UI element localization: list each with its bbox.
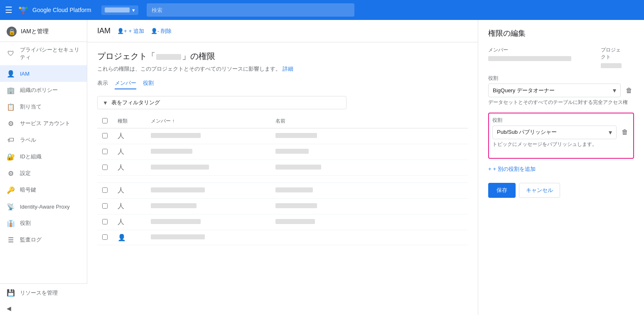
role2-delete-button[interactable]: 🗑: [620, 127, 630, 138]
sidebar-item-id-org[interactable]: 🔐 IDと組織: [0, 148, 87, 165]
roles-icon: 👔: [7, 219, 15, 227]
table-row: 👤: [97, 230, 468, 245]
member-blurred: [151, 133, 201, 138]
person-icon: 人: [118, 218, 124, 225]
save-button[interactable]: 保存: [488, 183, 516, 198]
add-button[interactable]: 👤+ + 追加: [117, 27, 144, 35]
sidebar-item-label-label: ラベル: [20, 136, 36, 144]
col-name-header: 名前: [270, 114, 468, 128]
person-icon: 人: [118, 187, 124, 194]
role2-select[interactable]: Pub/Sub パブリッシャー ▾: [492, 126, 617, 139]
table-row: [97, 176, 468, 183]
add-role-icon: +: [488, 166, 492, 172]
sidebar-item-audit-log-label: 監査ログ: [20, 236, 42, 244]
project-name-blurred: [105, 7, 130, 12]
name-blurred: [275, 219, 315, 224]
role1-dropdown-arrow: ▾: [613, 86, 616, 94]
row-checkbox[interactable]: [102, 219, 108, 224]
main-header-title: IAM: [97, 27, 111, 35]
sidebar-collapse[interactable]: ◀: [0, 302, 87, 315]
tab-role[interactable]: 役割: [143, 79, 154, 89]
row-checkbox[interactable]: [102, 203, 108, 209]
table-row: 人: [97, 214, 468, 230]
project-selector[interactable]: ▾: [101, 5, 138, 15]
sidebar-item-privacy-label: プライバシーとセキュリティ: [20, 46, 80, 61]
row-checkbox[interactable]: [102, 149, 108, 154]
person-icon: 人: [118, 202, 124, 209]
filter-bar: ▼ 表をフィルタリング: [97, 96, 347, 109]
settings-icon: ⚙: [7, 169, 15, 177]
name-blurred: [275, 187, 313, 192]
cancel-button[interactable]: キャンセル: [519, 183, 560, 198]
row-checkbox[interactable]: [102, 187, 108, 193]
role2-select-row: Pub/Sub パブリッシャー ▾ 🗑: [492, 126, 630, 139]
sidebar-item-org-policy[interactable]: 🏢 組織のポリシー: [0, 82, 87, 98]
sidebar-item-privacy[interactable]: 🛡 プライバシーとセキュリティ: [0, 42, 87, 65]
member-blurred: [151, 165, 209, 170]
delete-label: 削除: [161, 27, 172, 35]
app-logo: Google Cloud Platform: [17, 4, 91, 16]
col-member-header: メンバー ↑: [146, 114, 270, 128]
row-checkbox[interactable]: [102, 234, 108, 240]
delete-button[interactable]: 👤- 削除: [151, 27, 172, 35]
service-account-person-icon: 👤: [118, 234, 126, 241]
app-title: Google Cloud Platform: [32, 7, 91, 13]
filter-label: 表をフィルタリング: [111, 99, 160, 106]
tab-member[interactable]: メンバー: [115, 79, 136, 89]
audit-log-icon: ☰: [7, 236, 15, 244]
iam-table: 種類 メンバー ↑ 名前 人 人: [97, 114, 468, 245]
svg-point-0: [22, 12, 25, 15]
role2-label: 役割: [492, 117, 630, 124]
table-row: 人: [97, 183, 468, 199]
row-checkbox[interactable]: [102, 165, 108, 170]
col-type-header: 種類: [113, 114, 146, 128]
member-blurred: [151, 219, 201, 224]
sidebar-item-id-org-label: IDと組織: [20, 153, 42, 160]
assign-icon: 📋: [7, 103, 15, 111]
panel-columns: メンバー プロジェ クト: [488, 47, 634, 68]
add-role-link[interactable]: + + 別の役割を追加: [488, 165, 634, 173]
main-header-actions: 👤+ + 追加 👤- 削除: [117, 27, 172, 35]
row-checkbox[interactable]: [102, 133, 108, 138]
role1-select[interactable]: BigQuery データオーナー ▾: [488, 84, 621, 97]
sidebar-item-roles[interactable]: 👔 役割: [0, 215, 87, 231]
role2-section: 役割 Pub/Sub パブリッシャー ▾ 🗑 トピックにメッセージをパブリッシュ…: [492, 117, 630, 148]
panel-member-column: メンバー: [488, 47, 594, 68]
role2-description: トピックにメッセージをパブリッシュします。: [492, 141, 630, 148]
sidebar-item-iap[interactable]: 📡 Identity-Aware Proxy: [0, 198, 87, 215]
member-blurred: [151, 234, 205, 239]
view-tab-label: 表示: [97, 79, 108, 89]
search-input[interactable]: [147, 3, 354, 17]
sidebar-item-label[interactable]: 🏷 ラベル: [0, 132, 87, 148]
sidebar-manage-resources[interactable]: 💾 リソースを管理: [0, 284, 87, 302]
sidebar-item-settings[interactable]: ⚙ 設定: [0, 165, 87, 182]
sidebar-item-assign-label: 割り当て: [20, 103, 42, 111]
svg-point-2: [25, 7, 28, 9]
sidebar-header-icon: 🔒: [7, 27, 17, 37]
role1-description: データセットとそのすべてのテーブルに対する完全アクセス権: [488, 99, 634, 106]
role1-section: 役割 BigQuery データオーナー ▾ 🗑 データセットとそのすべてのテーブ…: [488, 75, 634, 106]
role2-dropdown-arrow: ▾: [609, 128, 612, 136]
sidebar-item-assign[interactable]: 📋 割り当て: [0, 98, 87, 115]
panel-title: 権限の編集: [488, 28, 634, 38]
project-selector-arrow: ▾: [132, 7, 135, 13]
sidebar-item-service-account[interactable]: ⚙ サービス アカウント: [0, 115, 87, 132]
role2-select-value: Pub/Sub パブリッシャー: [497, 128, 609, 136]
menu-hamburger-icon[interactable]: ☰: [5, 5, 12, 15]
manage-resources-icon: 💾: [7, 289, 15, 297]
sidebar-item-iam[interactable]: 👤 IAM: [0, 65, 87, 82]
sidebar-item-crypto[interactable]: 🔑 暗号鍵: [0, 182, 87, 198]
detail-link[interactable]: 詳細: [283, 66, 293, 72]
role1-delete-button[interactable]: 🗑: [624, 85, 634, 96]
sidebar: 🔒 IAMと管理 🛡 プライバシーとセキュリティ 👤 IAM 🏢 組織のポリシー…: [0, 20, 87, 315]
iam-icon: 👤: [7, 69, 15, 78]
table-row: 人: [97, 144, 468, 160]
right-panel: 権限の編集 メンバー プロジェ クト 役割 BigQuery データオーナー ▾…: [478, 20, 644, 315]
main-layout: 🔒 IAMと管理 🛡 プライバシーとセキュリティ 👤 IAM 🏢 組織のポリシー…: [0, 20, 644, 315]
main-body: プロジェクト「」の権限 これらの権限は、このプロジェクトとそのすべてのリソースに…: [87, 42, 478, 253]
name-blurred: [275, 133, 317, 138]
role1-select-value: BigQuery データオーナー: [493, 87, 613, 94]
view-tabs: 表示 メンバー 役割: [97, 79, 468, 89]
sidebar-item-audit-log[interactable]: ☰ 監査ログ: [0, 231, 87, 248]
select-all-checkbox[interactable]: [102, 118, 108, 123]
